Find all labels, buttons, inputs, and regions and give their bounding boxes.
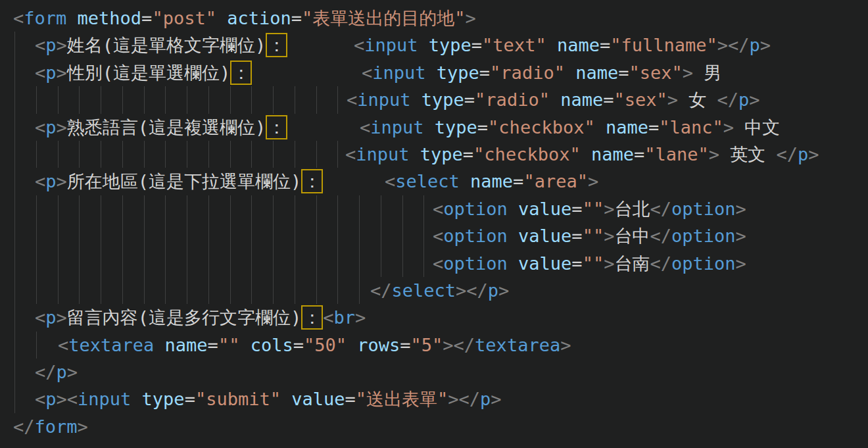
code-token-attr: name [165, 335, 208, 355]
code-token-str: "submit" [195, 389, 281, 409]
indent-guide [359, 222, 360, 249]
code-token-tag: p [45, 35, 56, 55]
indent-guide [230, 195, 231, 222]
code-token-str: "lanc" [659, 117, 723, 137]
code-line: <p>留言內容(這是多行文字欄位)：<br> [0, 304, 868, 331]
code-token-t [426, 62, 437, 83]
indent-guide [36, 332, 37, 359]
code-token-p: < [354, 35, 364, 55]
code-line: <option value="">台北</option> [0, 195, 868, 222]
code-token-t [565, 62, 575, 83]
code-token-tag: p [798, 144, 808, 164]
indent-guide [58, 222, 59, 249]
code-token-attr: value [518, 199, 571, 219]
code-token-p: < [35, 389, 45, 409]
indent-guide [14, 277, 15, 304]
code-segment: <p>性別(這是單選欄位)： [35, 59, 252, 86]
code-line: <input type="checkbox" name="lane"> 英文 <… [0, 141, 868, 168]
indent-guide [14, 86, 15, 113]
code-segment: <select name="area"> [385, 168, 598, 195]
code-token-p: > [749, 89, 760, 110]
indent-guide [208, 277, 209, 304]
code-token-t: 台中 [614, 226, 650, 246]
indent-guide [381, 195, 381, 222]
code-token-str: "text" [482, 35, 546, 55]
code-segment: <form method="post" action="表單送出的目的地"> [13, 5, 476, 32]
code-token-t [595, 117, 606, 137]
code-token-attr: type [420, 144, 463, 164]
code-token-tag: select [395, 171, 460, 191]
indent-guide [187, 195, 187, 222]
code-token-eq: = [634, 144, 644, 164]
code-token-p: > [604, 226, 614, 246]
code-token-tag: option [671, 253, 736, 274]
indent-guide [337, 195, 338, 222]
indent-guide [251, 195, 252, 222]
code-token-attr: name [591, 144, 634, 164]
code-token-p: > [683, 62, 693, 83]
code-token-attr: name [575, 62, 618, 83]
indent-guide [122, 86, 123, 113]
code-line: <p>性別(這是單選欄位)：<input type="radio" name="… [0, 59, 868, 86]
code-token-t [546, 35, 557, 55]
indent-guide [58, 195, 59, 222]
code-token-tag: form [35, 416, 78, 437]
code-token-p: > [735, 226, 746, 246]
code-token-tag: p [57, 362, 67, 382]
code-token-eq: = [618, 62, 629, 83]
code-token-tag: p [738, 89, 749, 110]
code-token-tag: p [480, 389, 491, 409]
code-token-p: > [808, 144, 819, 164]
code-token-tag: textarea [68, 335, 154, 355]
indent-guide [101, 250, 101, 277]
indent-guide [230, 222, 231, 249]
code-token-t [411, 89, 422, 110]
code-token-t: 中文 [734, 117, 780, 137]
code-token-str: "radio" [475, 89, 550, 110]
code-line: <option value="">台南</option> [0, 250, 868, 277]
code-line: </select></p> [0, 277, 868, 304]
indent-guide [122, 277, 123, 304]
code-segment: <p><input type="submit" value="送出表單"></p… [35, 386, 502, 412]
code-token-eq: = [185, 389, 195, 409]
indent-guide [230, 277, 231, 304]
code-token-attr: type [437, 62, 479, 83]
indent-guide [36, 250, 37, 277]
indent-guide [58, 277, 59, 304]
unicode-highlight-colon: ： [301, 305, 323, 330]
indent-guide [14, 141, 15, 168]
code-segment: <input type="text" name="fullname"></p> [354, 32, 771, 59]
code-token-tag: input [356, 144, 409, 164]
indent-guide [165, 277, 166, 304]
indent-guide [187, 86, 187, 113]
code-editor[interactable]: <form method="post" action="表單送出的目的地"><p… [0, 0, 868, 448]
code-segment: <input type="radio" name="sex"> 男 [362, 59, 721, 86]
indent-guide [187, 277, 187, 304]
code-token-p: < [35, 117, 45, 137]
indent-guide [273, 277, 274, 304]
indent-guide [295, 222, 295, 249]
code-line: <p><input type="submit" value="送出表單"></p… [0, 386, 868, 412]
unicode-highlight-colon: ： [266, 33, 287, 57]
code-token-p: < [433, 199, 443, 219]
indent-guide [316, 141, 317, 168]
code-token-p: </ [13, 416, 35, 437]
indent-guide [359, 250, 360, 277]
code-token-eq: = [571, 226, 582, 246]
code-token-p: < [433, 253, 443, 274]
indent-guide [381, 250, 381, 277]
indent-guide [273, 250, 274, 277]
code-token-p: < [35, 35, 45, 55]
code-token-attr: value [291, 389, 345, 409]
code-token-eq: = [464, 89, 475, 110]
indent-guide [122, 141, 123, 168]
code-segment: <textarea name="" cols="50" rows="5"></t… [58, 332, 571, 359]
code-token-attr: method [78, 8, 142, 28]
code-token-p: > [604, 253, 614, 274]
indent-guide [36, 195, 37, 222]
code-token-p: < [347, 89, 357, 110]
code-token-p: > [78, 416, 88, 437]
code-token-p: < [433, 226, 443, 246]
code-token-str: "" [583, 226, 604, 246]
code-line: </p> [0, 359, 868, 386]
